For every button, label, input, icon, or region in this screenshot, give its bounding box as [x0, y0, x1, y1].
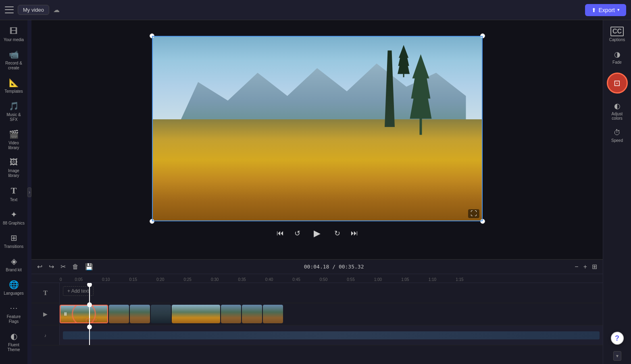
video-clip-8[interactable] — [263, 305, 283, 323]
sidebar-item-feature-flags[interactable]: ⋯ Feature Flags — [1, 300, 26, 327]
ruler-label-5: 0:05 — [75, 277, 83, 283]
text-icon: T — [11, 185, 17, 196]
sidebar-collapse-button[interactable]: › — [27, 187, 31, 197]
ruler-label-10: 0:10 — [102, 277, 110, 283]
ruler-label-35: 0:35 — [238, 277, 246, 283]
sidebar-item-text[interactable]: T Text — [1, 182, 26, 206]
zoom-out-button[interactable]: − — [573, 262, 580, 271]
rewind-button[interactable]: ↺ — [293, 227, 302, 239]
skip-to-end-button[interactable]: ⏭ — [349, 227, 360, 239]
sidebar-label-image-library: Image library — [3, 168, 25, 178]
cut-button[interactable]: ✂ — [59, 262, 67, 271]
hamburger-menu[interactable] — [5, 6, 14, 15]
fade-label: Fade — [612, 60, 622, 64]
sidebar-label-text: Text — [10, 198, 17, 202]
sidebar-item-video-library[interactable]: 🎬 Video library — [1, 126, 26, 154]
captions-icon: CC — [610, 27, 624, 36]
undo-button[interactable]: ↩ — [35, 262, 44, 271]
sidebar-item-graphics[interactable]: ✦ 88 Graphics — [1, 206, 26, 229]
sidebar-item-fluent-theme[interactable]: ◐ Fluent Theme — [1, 328, 26, 356]
video-clip-2[interactable] — [109, 305, 129, 323]
fit-timeline-button[interactable]: ⊞ — [590, 262, 599, 271]
video-clip-6[interactable] — [221, 305, 241, 323]
total-time: 00:35.32 — [339, 264, 364, 270]
video-track-icon: ▶ — [43, 311, 48, 317]
text-track-content: + Add text — [60, 283, 603, 303]
sidebar-item-your-media[interactable]: 🎞 Your media — [1, 23, 26, 46]
resize-handle-bl[interactable] — [150, 219, 154, 224]
play-button[interactable]: ▶ — [309, 225, 325, 241]
sidebar-label-your-media: Your media — [4, 37, 24, 42]
export-arrow-icon: ▾ — [617, 7, 620, 12]
speed-label: Speed — [611, 138, 623, 143]
sidebar-label-brand-kit: Brand kit — [6, 268, 21, 272]
skip-to-start-button[interactable]: ⏮ — [275, 227, 285, 239]
video-clip-1[interactable]: ⏸ ☞ 1 — [60, 305, 108, 323]
save-frame-button[interactable]: 💾 — [83, 262, 95, 271]
cloud-save-icon: ☁ — [53, 6, 60, 14]
redo-button[interactable]: ↪ — [47, 262, 56, 271]
video-library-icon: 🎬 — [9, 129, 19, 139]
video-clip-5[interactable] — [172, 305, 220, 323]
brand-kit-icon: ◈ — [11, 256, 17, 266]
fullscreen-button[interactable]: ⛶ — [468, 209, 479, 218]
sidebar-item-languages[interactable]: 🌐 Languages — [1, 277, 26, 299]
right-panel-fade[interactable]: ◑ Fade — [604, 47, 630, 68]
text-track-row: T + Add text — [31, 283, 603, 303]
transitions-rp-icon: ⊡ — [614, 78, 621, 88]
timecode-display: 00:04.18 / 00:35.32 — [98, 264, 570, 270]
timeline-area: ↩ ↪ ✂ 🗑 💾 00:04.18 / 00:35.32 − + ⊞ 0 — [31, 259, 603, 364]
playhead-video — [89, 303, 90, 325]
video-track-header: ▶ — [31, 303, 60, 325]
zoom-controls: − + ⊞ — [573, 262, 599, 271]
feature-flags-icon: ⋯ — [10, 303, 18, 313]
topbar: My video ☁ ⬆ Export ▾ — [0, 0, 631, 20]
right-panel-collapse: ▾ — [613, 351, 621, 361]
ruler-label-1m5: 1:05 — [401, 277, 409, 283]
video-clip-3[interactable] — [130, 305, 150, 323]
audio-track-row: ♪ — [31, 325, 603, 345]
ruler-label-1m: 1:00 — [374, 277, 382, 283]
resize-handle-tr[interactable] — [480, 33, 485, 38]
resize-handle-tl[interactable] — [150, 33, 154, 38]
right-panel-captions[interactable]: CC Captions — [604, 23, 630, 45]
zoom-in-button[interactable]: + — [582, 262, 589, 271]
media-icon: 🎞 — [10, 27, 18, 36]
fade-icon: ◑ — [614, 50, 621, 59]
resize-handle-br[interactable] — [480, 219, 485, 224]
sidebar-label-video-library: Video library — [3, 141, 25, 150]
sidebar-item-image-library[interactable]: 🖼 Image library — [1, 154, 26, 181]
ruler-label-50: 0:50 — [320, 277, 327, 283]
transitions-icon: ⊞ — [10, 233, 17, 243]
text-track-header: T — [31, 283, 60, 303]
ruler-label-0: 0 — [60, 277, 62, 283]
help-button[interactable]: ? — [611, 332, 624, 345]
delete-button[interactable]: 🗑 — [71, 262, 80, 271]
sidebar-item-transitions[interactable]: ⊞ Transitions — [1, 230, 26, 252]
video-clip-7[interactable] — [242, 305, 262, 323]
ruler-label-55: 0:55 — [347, 277, 354, 283]
project-title[interactable]: My video — [18, 5, 49, 15]
video-preview-container[interactable] — [152, 36, 483, 221]
sidebar-item-brand-kit[interactable]: ◈ Brand kit — [1, 253, 26, 276]
right-panel-transitions[interactable]: ⊡ ☞ 2 — [604, 69, 630, 97]
image-library-icon: 🖼 — [10, 158, 18, 167]
audio-track-content — [60, 325, 603, 345]
right-panel: CC Captions ◑ Fade ⊡ ☞ 2 ◐ Adjust colors — [603, 20, 631, 364]
sidebar-item-music-sfx[interactable]: 🎵 Music & SFX — [1, 98, 26, 125]
sidebar-item-record-create[interactable]: 📹 Record &create — [1, 46, 26, 74]
export-button[interactable]: ⬆ Export ▾ — [585, 4, 626, 16]
right-panel-collapse-button[interactable]: ▾ — [613, 351, 621, 361]
video-clip-4[interactable] — [151, 305, 171, 323]
speed-icon: ⏱ — [614, 129, 621, 137]
left-sidebar: 🎞 Your media 📹 Record &create 📐 Template… — [0, 20, 27, 364]
sidebar-label-music: Music & SFX — [3, 112, 25, 122]
adjust-colors-icon: ◐ — [614, 102, 621, 110]
forward-button[interactable]: ↻ — [333, 227, 342, 239]
right-panel-speed[interactable]: ⏱ Speed — [604, 125, 630, 146]
sidebar-item-templates[interactable]: 📐 Templates — [1, 75, 26, 97]
ruler-label-1m10: 1:10 — [429, 277, 436, 283]
timeline-ruler: 0 0:05 0:10 0:15 0:20 0:25 0:30 0:35 0:4… — [31, 274, 603, 283]
right-panel-adjust-colors[interactable]: ◐ Adjust colors — [604, 98, 630, 124]
fluent-theme-icon: ◐ — [10, 331, 17, 341]
